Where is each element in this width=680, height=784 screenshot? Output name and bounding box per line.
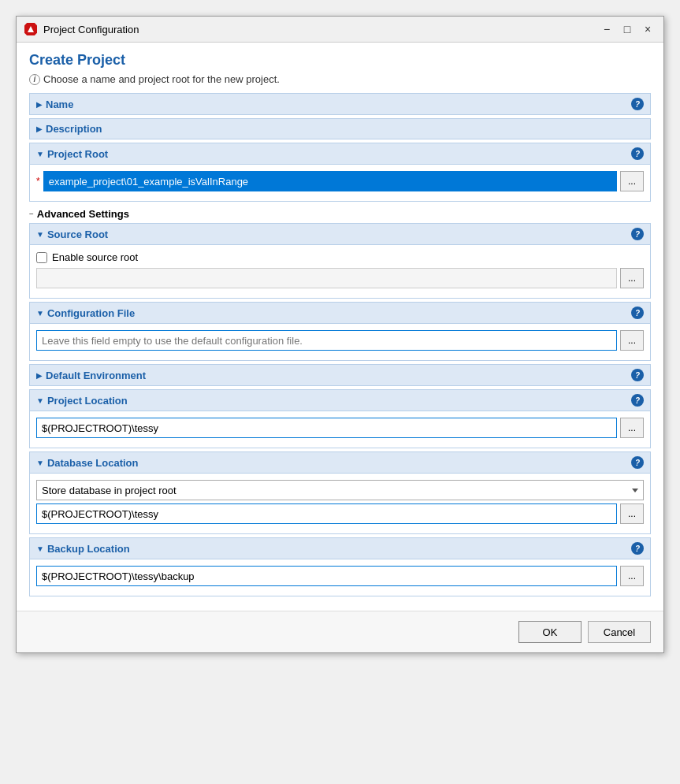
window-title: Project Configuration [43, 24, 139, 35]
main-window: Project Configuration − □ × Create Proje… [16, 16, 664, 653]
backup-location-input-row: ... [36, 566, 644, 586]
section-database-location-body: Store database in project root Custom lo… [29, 474, 651, 534]
info-icon: i [29, 74, 40, 85]
chevron-down-icon-source: ▼ [36, 230, 44, 239]
section-database-location: ▼ Database Location ? Store database in … [29, 451, 651, 534]
section-source-root-header-left: ▼ Source Root [36, 229, 108, 240]
title-bar: Project Configuration − □ × [17, 17, 663, 43]
project-root-input-row: * ... [36, 171, 644, 191]
required-label: * [36, 176, 40, 187]
dialog-footer: OK Cancel [17, 611, 663, 652]
section-project-location-help-icon[interactable]: ? [631, 394, 644, 407]
section-description-header[interactable]: ▶ Description [29, 118, 651, 139]
section-source-root-header[interactable]: ▼ Source Root ? [29, 223, 651, 245]
section-default-env-title: Default Environment [46, 370, 146, 381]
tessy-icon [24, 23, 37, 35]
section-project-root-header-left: ▼ Project Root [36, 148, 108, 160]
section-config-file-title: Configuration File [47, 307, 135, 319]
section-project-root: ▼ Project Root ? * ... [29, 143, 651, 202]
section-database-location-header[interactable]: ▼ Database Location ? [29, 451, 651, 474]
advanced-settings-section: − Advanced Settings ▼ Source Root ? Enab… [29, 205, 651, 596]
database-location-input[interactable] [36, 503, 617, 524]
section-name-header[interactable]: ▶ Name ? [29, 93, 651, 115]
chevron-right-icon-desc: ▶ [36, 124, 43, 133]
section-project-location-title: Project Location [47, 395, 128, 407]
section-config-file: ▼ Configuration File ? ... [29, 302, 651, 361]
section-backup-location-body: ... [29, 559, 651, 596]
section-backup-location-header-left: ▼ Backup Location [36, 543, 130, 555]
chevron-down-icon-dbloc: ▼ [36, 459, 44, 467]
section-description: ▶ Description [29, 118, 651, 139]
section-project-location-header[interactable]: ▼ Project Location ? [29, 389, 651, 411]
enable-source-root-checkbox[interactable] [36, 252, 47, 263]
section-backup-location-title: Backup Location [47, 543, 130, 555]
project-root-browse-button[interactable]: ... [620, 171, 644, 191]
database-location-dropdown[interactable]: Store database in project root Custom lo… [36, 480, 644, 500]
database-location-dropdown-row: Store database in project root Custom lo… [36, 480, 644, 500]
section-default-env-help-icon[interactable]: ? [631, 369, 644, 381]
advanced-settings-header[interactable]: − Advanced Settings [29, 205, 651, 223]
advanced-settings-title: Advanced Settings [37, 208, 129, 220]
chevron-right-icon: ▶ [36, 100, 43, 109]
section-config-file-help-icon[interactable]: ? [631, 307, 644, 319]
section-project-location: ▼ Project Location ? ... [29, 389, 651, 448]
section-source-root-title: Source Root [47, 229, 108, 240]
project-location-input[interactable] [36, 418, 617, 438]
section-source-root: ▼ Source Root ? Enable source root ... [29, 223, 651, 299]
section-backup-location-header[interactable]: ▼ Backup Location ? [29, 537, 651, 559]
chevron-right-icon-env: ▶ [36, 371, 43, 380]
section-config-file-body: ... [29, 324, 651, 361]
source-root-browse-button[interactable]: ... [620, 268, 644, 288]
maximize-button[interactable]: □ [619, 21, 635, 37]
section-project-root-title: Project Root [47, 148, 108, 160]
section-config-file-header[interactable]: ▼ Configuration File ? [29, 302, 651, 324]
section-default-env-header[interactable]: ▶ Default Environment ? [29, 364, 651, 386]
close-button[interactable]: × [640, 21, 656, 37]
config-file-browse-button[interactable]: ... [620, 330, 644, 351]
enable-source-root-row: Enable source root [36, 251, 644, 263]
minimize-button[interactable]: − [599, 21, 615, 37]
section-description-title: Description [46, 123, 102, 135]
section-source-root-body: Enable source root ... [29, 245, 651, 299]
subtitle: i Choose a name and project root for the… [29, 73, 651, 85]
source-root-input [36, 268, 617, 288]
section-default-env-header-left: ▶ Default Environment [36, 370, 146, 381]
section-config-file-header-left: ▼ Configuration File [36, 307, 135, 319]
project-root-input[interactable] [43, 171, 617, 191]
section-source-root-help-icon[interactable]: ? [631, 228, 644, 240]
chevron-down-icon-root: ▼ [36, 150, 44, 158]
title-bar-left: Project Configuration [24, 23, 139, 35]
subtitle-text: Choose a name and project root for the n… [43, 73, 280, 85]
minus-icon: − [29, 210, 34, 218]
section-project-root-header[interactable]: ▼ Project Root ? [29, 143, 651, 165]
section-backup-location-help-icon[interactable]: ? [631, 542, 644, 555]
config-file-input[interactable] [36, 330, 617, 351]
section-name-help-icon[interactable]: ? [631, 98, 644, 110]
window-controls: − □ × [599, 21, 656, 37]
source-root-input-row: ... [36, 268, 644, 288]
project-location-input-row: ... [36, 418, 644, 438]
chevron-down-icon-config: ▼ [36, 309, 44, 318]
section-backup-location: ▼ Backup Location ? ... [29, 537, 651, 596]
section-database-location-header-left: ▼ Database Location [36, 457, 139, 469]
cancel-button[interactable]: Cancel [588, 621, 651, 643]
section-name-title: Name [46, 98, 73, 110]
chevron-down-icon-projloc: ▼ [36, 396, 44, 405]
enable-source-root-label: Enable source root [52, 251, 138, 263]
database-location-browse-button[interactable]: ... [620, 503, 644, 524]
section-project-location-header-left: ▼ Project Location [36, 395, 128, 407]
ok-button[interactable]: OK [518, 621, 582, 643]
project-location-browse-button[interactable]: ... [620, 418, 644, 438]
section-default-env: ▶ Default Environment ? [29, 364, 651, 386]
backup-location-browse-button[interactable]: ... [620, 566, 644, 586]
page-title: Create Project [29, 52, 651, 69]
section-name: ▶ Name ? [29, 93, 651, 115]
backup-location-input[interactable] [36, 566, 617, 586]
section-description-header-left: ▶ Description [36, 123, 102, 135]
section-project-root-body: * ... [29, 165, 651, 202]
dialog-header: Create Project i Choose a name and proje… [29, 52, 651, 85]
config-file-input-row: ... [36, 330, 644, 351]
database-location-input-row: ... [36, 503, 644, 524]
section-project-root-help-icon[interactable]: ? [631, 147, 644, 160]
section-database-location-help-icon[interactable]: ? [631, 456, 644, 469]
